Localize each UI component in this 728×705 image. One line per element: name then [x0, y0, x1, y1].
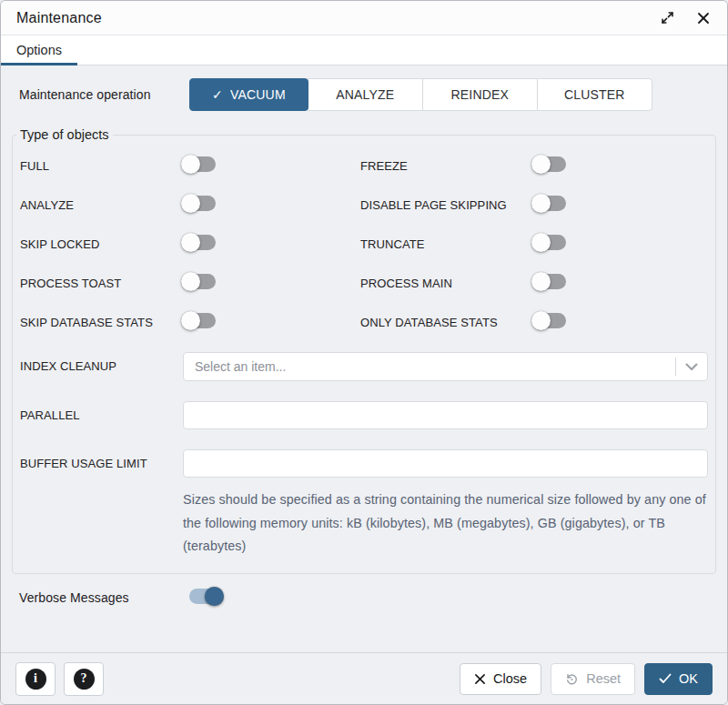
toggle-label-skip-locked: SKIP LOCKED [20, 237, 183, 252]
sql-info-button[interactable]: i [15, 662, 56, 696]
close-button[interactable]: Close [460, 663, 541, 695]
toggle-skip-database-stats[interactable] [183, 313, 216, 328]
help-icon: ? [74, 669, 95, 690]
index-cleanup-label: INDEX CLEANUP [20, 359, 183, 374]
toggle-label-freeze: FREEZE [360, 159, 533, 174]
reset-icon [565, 672, 579, 686]
toggle-label-only-database-stats: ONLY DATABASE STATS [360, 316, 533, 330]
toggle-freeze[interactable] [533, 156, 566, 172]
help-button[interactable]: ? [64, 662, 104, 696]
parallel-label: PARALLEL [20, 408, 183, 423]
operation-reindex-button[interactable]: REINDEX [422, 78, 538, 111]
parallel-input[interactable] [183, 401, 708, 429]
index-cleanup-row: INDEX CLEANUP Select an item... [20, 352, 708, 381]
toggle-only-database-stats[interactable] [533, 313, 566, 328]
dialog-title: Maintenance [16, 10, 102, 26]
toggle-process-toast[interactable] [183, 274, 216, 289]
toggle-label-process-main: PROCESS MAIN [360, 277, 533, 291]
verbose-messages-label: Verbose Messages [19, 590, 189, 605]
tab-options[interactable]: Options [1, 35, 77, 65]
buffer-usage-limit-input[interactable] [183, 449, 708, 478]
operation-cluster-button[interactable]: CLUSTER [537, 78, 652, 111]
tab-bar: Options [1, 35, 727, 65]
toggle-disable-page-skipping[interactable] [533, 196, 566, 211]
close-icon[interactable] [695, 10, 711, 25]
toggle-label-full: FULL [20, 159, 183, 174]
tab-options-label: Options [16, 43, 62, 57]
toggle-label-truncate: TRUNCATE [360, 237, 533, 252]
operation-vacuum-button[interactable]: ✓ VACUUM [189, 78, 308, 111]
check-icon: ✓ [212, 88, 223, 101]
toggle-grid: FULL FREEZE ANALYZE DISABLE PAGE SKIPPIN… [20, 156, 708, 332]
buffer-usage-limit-row: BUFFER USAGE LIMIT [20, 449, 708, 478]
toggle-knob [205, 587, 224, 606]
operation-vacuum-label: VACUUM [230, 87, 286, 102]
toggle-analyze[interactable] [183, 196, 216, 211]
parallel-row: PARALLEL [20, 401, 708, 429]
titlebar: Maintenance [1, 1, 727, 35]
operation-analyze-button[interactable]: ANALYZE [308, 78, 423, 111]
toggle-full[interactable] [183, 156, 216, 172]
toggle-knob [531, 194, 551, 213]
toggle-label-process-toast: PROCESS TOAST [20, 277, 183, 291]
toggle-knob [181, 311, 200, 330]
dialog-content: Maintenance operation ✓ VACUUM ANALYZE R… [1, 65, 727, 652]
buffer-usage-limit-label: BUFFER USAGE LIMIT [20, 457, 183, 471]
ok-button-label: OK [679, 671, 698, 686]
toggle-process-main[interactable] [533, 274, 566, 289]
toggle-knob [181, 272, 200, 291]
toggle-label-disable-page-skipping: DISABLE PAGE SKIPPING [360, 198, 533, 213]
expand-icon[interactable] [660, 10, 675, 25]
maintenance-dialog: Maintenance Options Maintenance operatio… [0, 0, 728, 705]
operation-analyze-label: ANALYZE [336, 87, 394, 102]
verbose-messages-row: Verbose Messages [19, 589, 716, 608]
toggle-knob [531, 311, 551, 330]
operation-cluster-label: CLUSTER [564, 87, 625, 102]
footer: i ? Close Reset OK [1, 652, 727, 704]
info-icon: i [25, 669, 46, 690]
toggle-knob [181, 233, 200, 252]
type-of-objects-legend: Type of objects [16, 127, 113, 142]
operation-reindex-label: REINDEX [450, 87, 509, 102]
toggle-knob [531, 272, 551, 291]
ok-check-icon [659, 673, 672, 684]
reset-button[interactable]: Reset [551, 663, 635, 695]
buffer-usage-limit-help-text: Sizes should be specified as a string co… [183, 488, 708, 559]
toggle-skip-locked[interactable] [183, 235, 216, 250]
toggle-knob [181, 194, 200, 213]
index-cleanup-select[interactable]: Select an item... [183, 352, 708, 381]
toggle-verbose-messages[interactable] [189, 589, 222, 604]
operation-row: Maintenance operation ✓ VACUUM ANALYZE R… [19, 78, 716, 111]
close-button-label: Close [493, 671, 527, 686]
close-x-icon [474, 673, 486, 685]
ok-button[interactable]: OK [644, 663, 713, 695]
toggle-label-skip-database-stats: SKIP DATABASE STATS [20, 316, 183, 330]
index-cleanup-placeholder: Select an item... [195, 359, 675, 374]
toggle-knob [181, 155, 200, 174]
type-of-objects-fieldset: Type of objects FULL FREEZE ANALYZE DISA… [12, 127, 716, 574]
operation-button-group: ✓ VACUUM ANALYZE REINDEX CLUSTER [189, 78, 716, 111]
toggle-knob [531, 155, 551, 174]
chevron-down-icon[interactable] [676, 363, 707, 371]
toggle-truncate[interactable] [533, 235, 566, 250]
toggle-label-analyze: ANALYZE [20, 198, 183, 213]
operation-label: Maintenance operation [19, 87, 189, 102]
reset-button-label: Reset [586, 671, 621, 686]
toggle-knob [531, 233, 551, 252]
